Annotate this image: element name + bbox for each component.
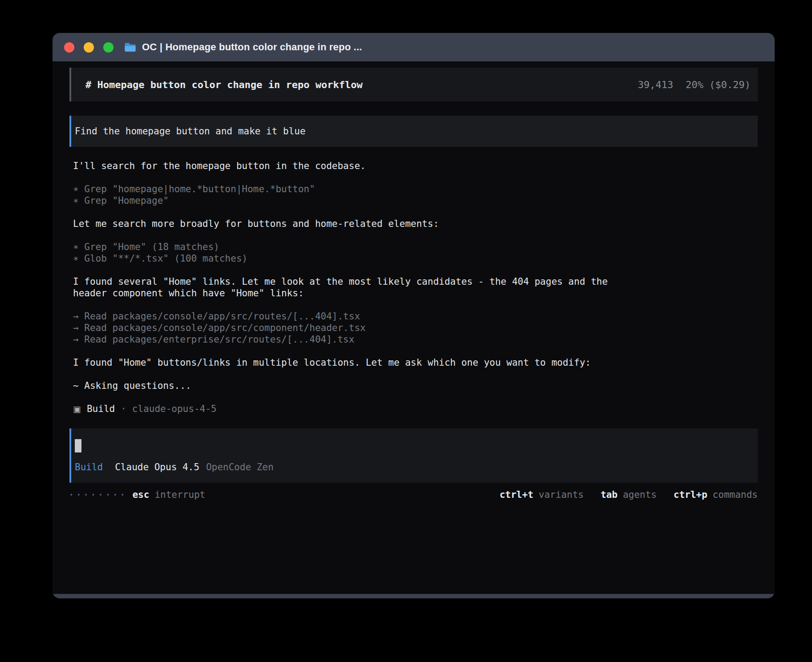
hint-label: commands (713, 489, 758, 501)
context-usage: 20% ($0.29) (686, 79, 751, 90)
user-message: Find the homepage button and make it blu… (69, 116, 758, 147)
hint-label: interrupt (154, 489, 205, 501)
assistant-text: I found several "Home" links. Let me loo… (73, 276, 625, 299)
status-hint: ctrl+pcommands (674, 489, 758, 501)
tool-call-line: ∗ Grep "homepage|home.*button|Home.*butt… (73, 183, 758, 195)
hint-interrupt: esc interrupt (132, 489, 205, 501)
tool-call-line: ∗ Grep "Home" (18 matches) (73, 241, 758, 253)
text-cursor (75, 439, 81, 452)
terminal-window: OC | Homepage button color change in rep… (53, 33, 775, 598)
folder-icon (124, 42, 136, 52)
window-title: OC | Homepage button color change in rep… (142, 41, 362, 53)
prompt-input[interactable]: Build Claude Opus 4.5 OpenCode Zen (69, 428, 758, 483)
session-header: # Homepage button color change in repo w… (69, 68, 758, 101)
agent-name: Build (87, 403, 115, 415)
agent-icon: ▣ (73, 403, 81, 415)
agent-model: claude-opus-4-5 (132, 403, 217, 415)
title-group: OC | Homepage button color change in rep… (124, 41, 362, 53)
zoom-button[interactable] (103, 42, 114, 52)
tool-call-group: ∗ Grep "Home" (18 matches)∗ Glob "**/*.t… (73, 241, 758, 264)
hint-key: ctrl+t (499, 489, 533, 501)
session-stats: 39,413 20% ($0.29) (638, 79, 751, 90)
hint-label: variants (539, 489, 584, 501)
status-hint: ctrl+tvariants (499, 489, 584, 501)
assistant-text: I found "Home" buttons/links in multiple… (73, 357, 625, 368)
hint-key: ctrl+p (674, 489, 707, 501)
status-hint: tabagents (601, 489, 657, 501)
assistant-text: Let me search more broadly for buttons a… (73, 218, 625, 230)
agent-mode-label: Build (75, 461, 103, 473)
session-title: # Homepage button color change in repo w… (85, 79, 363, 90)
spinner-dots: •••••••• (69, 489, 128, 501)
tool-call-group: ∗ Grep "homepage|home.*button|Home.*butt… (73, 183, 758, 206)
status-left: •••••••• esc interrupt (69, 489, 205, 501)
provider-label: OpenCode Zen (206, 461, 274, 473)
minimize-button[interactable] (84, 42, 94, 52)
hint-key: esc (132, 489, 149, 501)
separator-dot: · (121, 403, 126, 415)
status-bar: •••••••• esc interrupt ctrl+tvariantstab… (69, 489, 758, 501)
tool-call-line: → Read packages/console/app/src/routes/[… (73, 311, 758, 322)
terminal-content: # Homepage button color change in repo w… (53, 61, 775, 594)
tool-call-line: ∗ Grep "Homepage" (73, 195, 758, 206)
agent-status-row: ▣Build·claude-opus-4-5 (73, 403, 758, 415)
assistant-text: I'll search for the homepage button in t… (73, 160, 625, 172)
hint-key: tab (601, 489, 617, 501)
traffic-lights (53, 42, 114, 52)
tool-call-line: → Read packages/console/app/src/componen… (73, 322, 758, 334)
assistant-text: ~ Asking questions... (73, 380, 625, 392)
close-button[interactable] (64, 42, 74, 52)
input-footer: Build Claude Opus 4.5 OpenCode Zen (75, 461, 274, 473)
tool-call-line: → Read packages/enterprise/src/routes/[.… (73, 334, 758, 345)
window-titlebar[interactable]: OC | Homepage button color change in rep… (53, 33, 775, 61)
transcript: I'll search for the homepage button in t… (69, 160, 758, 415)
hint-label: agents (623, 489, 657, 501)
tool-call-line: ∗ Glob "**/*.tsx" (100 matches) (73, 253, 758, 264)
token-count: 39,413 (638, 79, 673, 90)
status-hints: ctrl+tvariantstabagentsctrl+pcommands (499, 489, 758, 501)
user-message-text: Find the homepage button and make it blu… (75, 126, 305, 137)
tool-call-group: → Read packages/console/app/src/routes/[… (73, 311, 758, 345)
model-label: Claude Opus 4.5 (115, 461, 199, 473)
